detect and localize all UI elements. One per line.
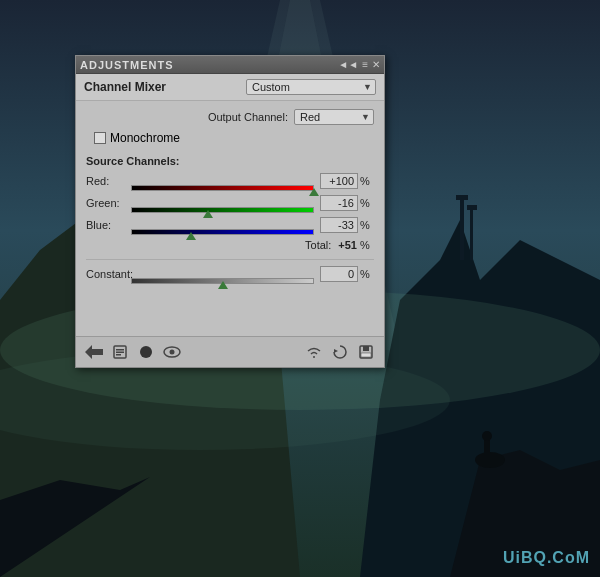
constant-label: Constant:: [86, 268, 131, 280]
source-channels-label: Source Channels:: [86, 155, 374, 167]
svg-rect-18: [116, 349, 124, 351]
constant-slider-thumb[interactable]: [218, 281, 228, 289]
red-slider-track: [131, 185, 314, 191]
constant-slider-value-container: %: [314, 266, 374, 282]
blue-slider-track: [131, 229, 314, 235]
preset-dropdown-arrow: ▼: [363, 82, 372, 92]
panel-titlebar: ADJUSTMENTS ◄◄ ≡ ✕: [76, 56, 384, 74]
svg-rect-5: [460, 200, 464, 260]
svg-marker-16: [85, 345, 103, 359]
output-channel-dropdown[interactable]: Red ▼: [294, 109, 374, 125]
svg-rect-19: [116, 352, 124, 354]
monochrome-label: Monochrome: [110, 131, 180, 145]
panel-title-icons: ◄◄ ≡ ✕: [338, 59, 380, 70]
output-channel-label: Output Channel:: [208, 111, 288, 123]
panel-title: ADJUSTMENTS: [80, 59, 174, 71]
svg-point-23: [170, 350, 175, 355]
constant-slider-row: Constant: %: [86, 266, 374, 282]
back-button[interactable]: [84, 342, 104, 362]
svg-rect-7: [456, 195, 468, 200]
save-button[interactable]: [356, 342, 376, 362]
total-row: Total: +51 %: [86, 239, 374, 251]
footer-right-icons: [304, 342, 376, 362]
adjustments-panel: ADJUSTMENTS ◄◄ ≡ ✕ Channel Mixer Custom …: [75, 55, 385, 368]
close-icon[interactable]: ✕: [372, 59, 380, 70]
circle-button[interactable]: [136, 342, 156, 362]
svg-rect-6: [470, 210, 473, 260]
wifi-button[interactable]: [304, 342, 324, 362]
eye-button[interactable]: [162, 342, 182, 362]
blue-value-input[interactable]: [320, 217, 358, 233]
spacer: [86, 288, 374, 328]
history-button[interactable]: [110, 342, 130, 362]
svg-marker-24: [334, 349, 338, 353]
output-channel-value: Red: [300, 111, 320, 123]
monochrome-checkbox[interactable]: [94, 132, 106, 144]
watermark: UiBQ.CoM: [503, 549, 590, 567]
channel-mixer-label: Channel Mixer: [84, 80, 166, 94]
red-value-input[interactable]: [320, 173, 358, 189]
total-pct: %: [360, 239, 374, 251]
panel-header: Channel Mixer Custom ▼: [76, 74, 384, 101]
blue-slider-thumb[interactable]: [186, 232, 196, 240]
svg-rect-26: [363, 346, 369, 351]
refresh-button[interactable]: [330, 342, 350, 362]
total-label: Total:: [305, 239, 331, 251]
preset-dropdown[interactable]: Custom ▼: [246, 79, 376, 95]
divider: [86, 259, 374, 260]
constant-pct: %: [360, 268, 374, 280]
green-pct: %: [360, 197, 374, 209]
monochrome-row: Monochrome: [86, 131, 374, 145]
panel-body: Output Channel: Red ▼ Monochrome Source …: [76, 101, 384, 336]
red-label: Red:: [86, 175, 131, 187]
green-slider-row: Green: %: [86, 195, 374, 211]
red-slider-thumb[interactable]: [309, 188, 319, 196]
svg-point-15: [482, 431, 492, 441]
footer-left-icons: [84, 342, 182, 362]
green-slider-thumb[interactable]: [203, 210, 213, 218]
output-channel-row: Output Channel: Red ▼: [86, 109, 374, 125]
collapse-icon[interactable]: ◄◄: [338, 59, 358, 70]
panel-footer: [76, 336, 384, 367]
red-pct: %: [360, 175, 374, 187]
svg-rect-14: [484, 440, 490, 462]
green-slider-value-container: %: [314, 195, 374, 211]
preset-value: Custom: [252, 81, 290, 93]
blue-slider-row: Blue: %: [86, 217, 374, 233]
svg-rect-8: [467, 205, 477, 210]
constant-value-input[interactable]: [320, 266, 358, 282]
svg-point-21: [140, 346, 152, 358]
menu-icon[interactable]: ≡: [362, 59, 368, 70]
green-label: Green:: [86, 197, 131, 209]
green-value-input[interactable]: [320, 195, 358, 211]
svg-rect-27: [361, 353, 371, 357]
output-channel-arrow: ▼: [361, 112, 370, 122]
red-slider-value-container: %: [314, 173, 374, 189]
blue-label: Blue:: [86, 219, 131, 231]
blue-pct: %: [360, 219, 374, 231]
red-slider-row: Red: %: [86, 173, 374, 189]
blue-slider-value-container: %: [314, 217, 374, 233]
total-value: +51: [338, 239, 357, 251]
green-slider-track: [131, 207, 314, 213]
svg-rect-20: [116, 354, 121, 356]
